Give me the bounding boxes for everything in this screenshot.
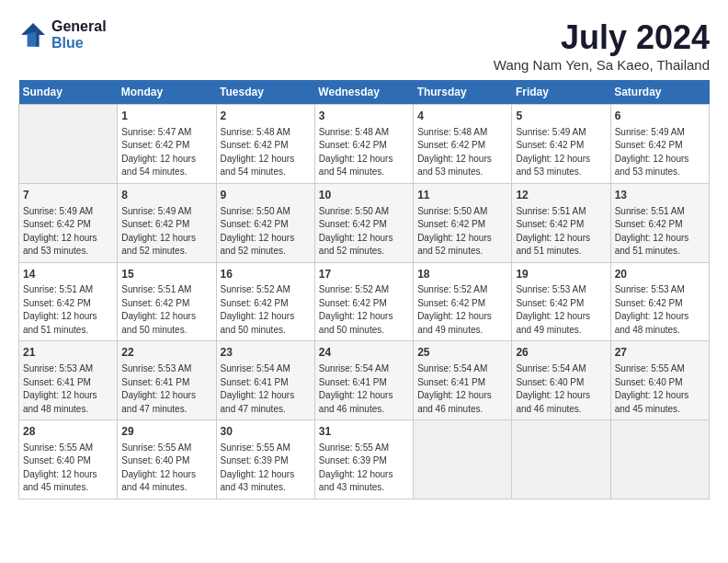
calendar-cell: 3Sunrise: 5:48 AMSunset: 6:42 PMDaylight… [314, 105, 413, 184]
calendar-cell: 15Sunrise: 5:51 AMSunset: 6:42 PMDayligh… [118, 262, 216, 341]
day-number: 31 [319, 424, 409, 440]
calendar-cell: 5Sunrise: 5:49 AMSunset: 6:42 PMDaylight… [512, 105, 610, 184]
day-number: 4 [417, 109, 507, 124]
calendar-cell: 18Sunrise: 5:52 AMSunset: 6:42 PMDayligh… [414, 262, 512, 341]
day-number: 2 [221, 109, 311, 124]
day-number: 27 [615, 345, 705, 361]
day-info: Sunrise: 5:54 AMSunset: 6:40 PMDaylight:… [516, 362, 606, 416]
calendar-cell: 29Sunrise: 5:55 AMSunset: 6:40 PMDayligh… [118, 420, 216, 500]
day-info: Sunrise: 5:50 AMSunset: 6:42 PMDaylight:… [417, 205, 507, 259]
calendar-cell: 19Sunrise: 5:53 AMSunset: 6:42 PMDayligh… [512, 262, 610, 341]
logo-text: General Blue [51, 18, 107, 52]
calendar-cell: 11Sunrise: 5:50 AMSunset: 6:42 PMDayligh… [414, 183, 512, 262]
day-number: 14 [23, 267, 113, 282]
day-info: Sunrise: 5:52 AMSunset: 6:42 PMDaylight:… [319, 283, 409, 337]
calendar-week-row: 21Sunrise: 5:53 AMSunset: 6:41 PMDayligh… [19, 341, 710, 420]
logo: General Blue [18, 18, 107, 52]
day-info: Sunrise: 5:48 AMSunset: 6:42 PMDaylight:… [319, 126, 409, 179]
day-info: Sunrise: 5:53 AMSunset: 6:42 PMDaylight:… [516, 283, 606, 337]
calendar-cell: 26Sunrise: 5:54 AMSunset: 6:40 PMDayligh… [512, 341, 610, 420]
calendar-cell: 21Sunrise: 5:53 AMSunset: 6:41 PMDayligh… [19, 341, 118, 420]
day-number: 8 [121, 188, 211, 203]
calendar-cell: 14Sunrise: 5:51 AMSunset: 6:42 PMDayligh… [19, 262, 118, 341]
day-info: Sunrise: 5:55 AMSunset: 6:39 PMDaylight:… [221, 442, 311, 495]
day-number: 1 [121, 109, 211, 124]
day-info: Sunrise: 5:49 AMSunset: 6:42 PMDaylight:… [23, 205, 113, 259]
day-info: Sunrise: 5:47 AMSunset: 6:42 PMDaylight:… [121, 126, 211, 179]
calendar-cell: 23Sunrise: 5:54 AMSunset: 6:41 PMDayligh… [216, 341, 314, 420]
day-info: Sunrise: 5:51 AMSunset: 6:42 PMDaylight:… [516, 205, 606, 259]
calendar-cell: 30Sunrise: 5:55 AMSunset: 6:39 PMDayligh… [216, 420, 314, 500]
weekday-header: Thursday [414, 80, 512, 105]
logo-icon [18, 20, 48, 50]
day-number: 18 [417, 267, 507, 282]
day-number: 7 [23, 188, 113, 203]
calendar-cell: 4Sunrise: 5:48 AMSunset: 6:42 PMDaylight… [414, 105, 512, 184]
day-info: Sunrise: 5:52 AMSunset: 6:42 PMDaylight:… [221, 283, 311, 337]
calendar-week-row: 28Sunrise: 5:55 AMSunset: 6:40 PMDayligh… [19, 420, 710, 500]
main-title: July 2024 [494, 18, 710, 57]
day-number: 13 [615, 188, 705, 203]
day-info: Sunrise: 5:49 AMSunset: 6:42 PMDaylight:… [121, 205, 211, 259]
weekday-header: Friday [512, 80, 610, 105]
day-info: Sunrise: 5:54 AMSunset: 6:41 PMDaylight:… [417, 362, 507, 416]
day-number: 30 [221, 424, 311, 440]
day-info: Sunrise: 5:49 AMSunset: 6:42 PMDaylight:… [516, 126, 606, 179]
weekday-header-row: SundayMondayTuesdayWednesdayThursdayFrid… [19, 80, 710, 105]
day-number: 19 [516, 267, 606, 282]
day-number: 28 [23, 424, 113, 440]
day-number: 23 [221, 345, 311, 361]
day-info: Sunrise: 5:51 AMSunset: 6:42 PMDaylight:… [121, 283, 211, 337]
calendar-cell: 6Sunrise: 5:49 AMSunset: 6:42 PMDaylight… [610, 105, 709, 184]
day-number: 5 [516, 109, 606, 124]
day-info: Sunrise: 5:48 AMSunset: 6:42 PMDaylight:… [221, 126, 311, 179]
day-info: Sunrise: 5:54 AMSunset: 6:41 PMDaylight:… [319, 362, 409, 416]
title-area: July 2024 Wang Nam Yen, Sa Kaeo, Thailan… [494, 18, 710, 73]
page-header: General Blue July 2024 Wang Nam Yen, Sa … [18, 18, 710, 73]
day-number: 11 [417, 188, 507, 203]
day-number: 12 [516, 188, 606, 203]
weekday-header: Saturday [610, 80, 709, 105]
day-number: 10 [319, 188, 409, 203]
day-number: 6 [615, 109, 705, 124]
day-info: Sunrise: 5:55 AMSunset: 6:40 PMDaylight:… [23, 442, 113, 495]
calendar-cell: 12Sunrise: 5:51 AMSunset: 6:42 PMDayligh… [512, 183, 610, 262]
day-info: Sunrise: 5:48 AMSunset: 6:42 PMDaylight:… [417, 126, 507, 179]
calendar-table: SundayMondayTuesdayWednesdayThursdayFrid… [18, 80, 710, 500]
calendar-cell: 1Sunrise: 5:47 AMSunset: 6:42 PMDaylight… [118, 105, 216, 184]
day-number: 3 [319, 109, 409, 124]
day-info: Sunrise: 5:51 AMSunset: 6:42 PMDaylight:… [23, 283, 113, 337]
day-number: 16 [221, 267, 311, 282]
day-number: 9 [221, 188, 311, 203]
day-info: Sunrise: 5:55 AMSunset: 6:40 PMDaylight:… [615, 362, 705, 416]
calendar-cell [610, 420, 709, 500]
day-info: Sunrise: 5:53 AMSunset: 6:41 PMDaylight:… [23, 362, 113, 416]
calendar-cell: 9Sunrise: 5:50 AMSunset: 6:42 PMDaylight… [216, 183, 314, 262]
day-info: Sunrise: 5:50 AMSunset: 6:42 PMDaylight:… [319, 205, 409, 259]
day-info: Sunrise: 5:55 AMSunset: 6:39 PMDaylight:… [319, 442, 409, 495]
day-number: 24 [319, 345, 409, 361]
day-info: Sunrise: 5:55 AMSunset: 6:40 PMDaylight:… [121, 442, 211, 495]
weekday-header: Sunday [19, 80, 118, 105]
weekday-header: Tuesday [216, 80, 314, 105]
weekday-header: Monday [118, 80, 216, 105]
calendar-cell: 24Sunrise: 5:54 AMSunset: 6:41 PMDayligh… [314, 341, 413, 420]
day-info: Sunrise: 5:52 AMSunset: 6:42 PMDaylight:… [417, 283, 507, 337]
calendar-cell: 31Sunrise: 5:55 AMSunset: 6:39 PMDayligh… [314, 420, 413, 500]
day-number: 22 [121, 345, 211, 361]
calendar-cell: 17Sunrise: 5:52 AMSunset: 6:42 PMDayligh… [314, 262, 413, 341]
day-number: 29 [121, 424, 211, 440]
calendar-cell [512, 420, 610, 500]
calendar-week-row: 14Sunrise: 5:51 AMSunset: 6:42 PMDayligh… [19, 262, 710, 341]
day-info: Sunrise: 5:50 AMSunset: 6:42 PMDaylight:… [221, 205, 311, 259]
day-number: 17 [319, 267, 409, 282]
subtitle: Wang Nam Yen, Sa Kaeo, Thailand [494, 57, 710, 73]
calendar-cell: 2Sunrise: 5:48 AMSunset: 6:42 PMDaylight… [216, 105, 314, 184]
calendar-cell: 8Sunrise: 5:49 AMSunset: 6:42 PMDaylight… [118, 183, 216, 262]
calendar-week-row: 1Sunrise: 5:47 AMSunset: 6:42 PMDaylight… [19, 105, 710, 184]
calendar-cell [414, 420, 512, 500]
calendar-cell: 22Sunrise: 5:53 AMSunset: 6:41 PMDayligh… [118, 341, 216, 420]
calendar-cell: 25Sunrise: 5:54 AMSunset: 6:41 PMDayligh… [414, 341, 512, 420]
calendar-cell: 28Sunrise: 5:55 AMSunset: 6:40 PMDayligh… [19, 420, 118, 500]
day-info: Sunrise: 5:53 AMSunset: 6:42 PMDaylight:… [615, 283, 705, 337]
